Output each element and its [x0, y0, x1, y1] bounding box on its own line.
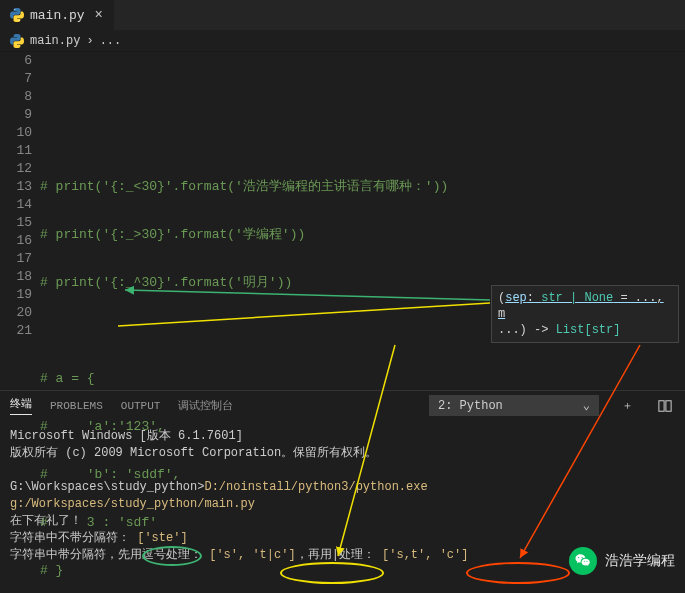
watermark: 浩浩学编程	[569, 547, 675, 575]
python-icon	[10, 8, 24, 22]
wechat-icon	[569, 547, 597, 575]
breadcrumb-sep: ›	[86, 34, 93, 48]
svg-point-0	[14, 9, 15, 10]
tab-bar: main.py ×	[0, 0, 685, 30]
tab-terminal[interactable]: 终端	[10, 396, 32, 415]
line-gutter: 6789 10111213 14151617 18192021	[0, 52, 40, 370]
python-icon	[10, 34, 24, 48]
close-icon[interactable]: ×	[95, 7, 103, 23]
svg-point-1	[19, 20, 20, 21]
breadcrumb-file: main.py	[30, 34, 80, 48]
breadcrumb-rest: ...	[100, 34, 122, 48]
signature-hint: (sep: str | None = ..., m ...) -> List[s…	[491, 285, 679, 343]
tab-filename: main.py	[30, 8, 85, 23]
watermark-text: 浩浩学编程	[605, 552, 675, 570]
breadcrumb[interactable]: main.py › ...	[0, 30, 685, 52]
file-tab[interactable]: main.py ×	[0, 0, 114, 30]
code-editor[interactable]: 6789 10111213 14151617 18192021 # print(…	[0, 52, 685, 370]
